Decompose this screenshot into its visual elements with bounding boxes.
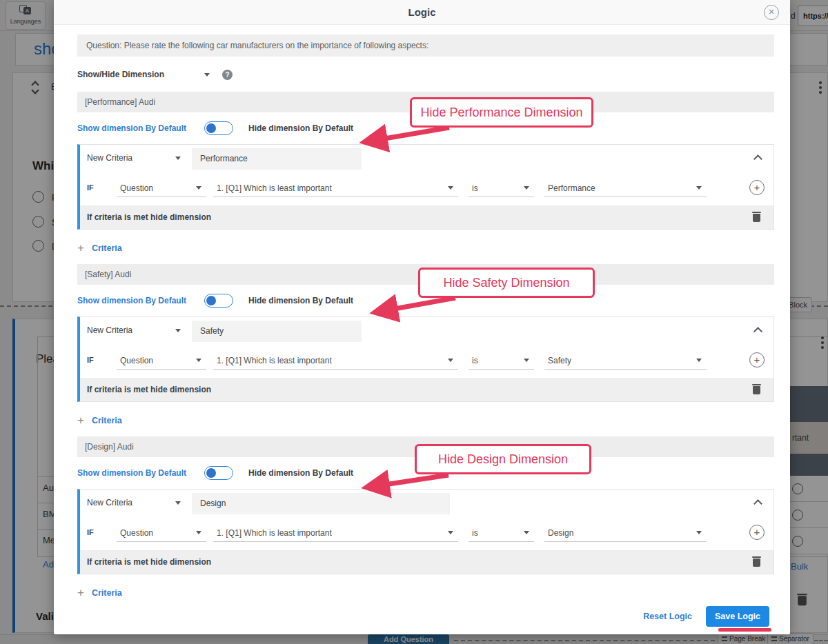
dimension-header-performance: [Performance] Audi xyxy=(77,92,774,112)
close-icon[interactable]: ✕ xyxy=(764,5,779,20)
modal-header: Logic ✕ xyxy=(54,0,790,25)
question-context-bar: Question: Please rate the following car … xyxy=(77,34,774,57)
criteria-card-performance: New Criteria Performance IF Question 1. … xyxy=(77,144,774,230)
show-default-label: Show dimension By Default xyxy=(77,123,186,133)
add-condition-icon[interactable]: + xyxy=(749,525,765,540)
help-icon[interactable]: ? xyxy=(222,70,233,80)
criteria-type-dropdown[interactable]: New Criteria xyxy=(87,325,181,335)
modal-title: Logic xyxy=(54,0,790,25)
chevron-down-icon xyxy=(524,359,529,362)
criteria-type-dropdown[interactable]: New Criteria xyxy=(87,153,181,163)
condition-row: IF Question 1. [Q1] Which is least impor… xyxy=(80,520,773,550)
default-toggle-row: Show dimension By Default Hide dimension… xyxy=(77,464,774,482)
condition-value-dropdown[interactable]: Safety xyxy=(544,352,707,370)
chevron-down-icon xyxy=(448,186,453,190)
criteria-name-input[interactable]: Safety xyxy=(192,321,362,342)
chevron-down-icon xyxy=(196,359,201,362)
chevron-down-icon xyxy=(524,531,529,534)
toggle-knob xyxy=(206,296,216,305)
criteria-card-design: New Criteria Design IF Question 1. [Q1] … xyxy=(77,489,774,574)
hide-default-label: Hide dimension By Default xyxy=(248,123,353,133)
chevron-down-icon xyxy=(696,186,702,190)
chevron-down-icon xyxy=(204,73,210,77)
add-criteria-button[interactable]: + Criteria xyxy=(77,413,774,428)
condition-operator-dropdown[interactable]: is xyxy=(469,179,534,197)
condition-row: IF Question 1. [Q1] Which is least impor… xyxy=(80,175,773,205)
delete-criteria-icon[interactable] xyxy=(752,212,761,222)
condition-question-dropdown[interactable]: 1. [Q1] Which is least important xyxy=(213,352,458,370)
delete-criteria-icon[interactable] xyxy=(752,384,761,394)
show-default-label: Show dimension By Default xyxy=(77,468,186,478)
condition-source-dropdown[interactable]: Question xyxy=(117,524,206,542)
logic-modal: Logic ✕ Question: Please rate the follow… xyxy=(54,0,790,634)
show-default-label: Show dimension By Default xyxy=(77,296,186,305)
add-criteria-button[interactable]: + Criteria xyxy=(77,241,774,256)
if-label: IF xyxy=(87,528,94,536)
if-label: IF xyxy=(87,356,94,364)
modal-footer: Reset Logic Save Logic xyxy=(643,606,769,627)
reset-logic-button[interactable]: Reset Logic xyxy=(643,612,692,621)
criteria-result-bar: If criteria is met hide dimension xyxy=(80,205,773,229)
criteria-name-input[interactable]: Design xyxy=(192,493,450,514)
hide-default-label: Hide dimension By Default xyxy=(248,468,353,478)
criteria-name-row: New Criteria Design xyxy=(80,490,773,520)
chevron-down-icon xyxy=(448,359,453,362)
chevron-down-icon xyxy=(175,501,181,505)
collapse-criteria-icon[interactable] xyxy=(753,154,762,163)
condition-source-dropdown[interactable]: Question xyxy=(117,352,206,370)
default-toggle-row: Show dimension By Default Hide dimension… xyxy=(77,119,774,137)
criteria-card-safety: New Criteria Safety IF Question 1. [Q1] … xyxy=(77,316,774,402)
plus-icon: + xyxy=(77,586,84,600)
show-hide-toggle[interactable] xyxy=(204,294,233,308)
condition-value-dropdown[interactable]: Design xyxy=(544,524,707,542)
show-hide-toggle[interactable] xyxy=(204,121,233,135)
plus-icon: + xyxy=(77,241,84,255)
if-label: IF xyxy=(87,183,94,192)
chevron-down-icon xyxy=(696,531,702,534)
add-condition-icon[interactable]: + xyxy=(749,352,765,368)
criteria-name-input[interactable]: Performance xyxy=(192,148,362,170)
chevron-down-icon xyxy=(696,359,702,362)
add-criteria-button[interactable]: + Criteria xyxy=(77,585,774,601)
toggle-knob xyxy=(206,468,216,478)
chevron-down-icon xyxy=(196,186,201,190)
chevron-down-icon xyxy=(196,531,201,534)
chevron-down-icon xyxy=(448,531,453,534)
collapse-criteria-icon[interactable] xyxy=(753,327,762,336)
logic-type-dropdown[interactable]: Show/Hide Dimension xyxy=(77,70,210,79)
chevron-down-icon xyxy=(524,186,529,190)
condition-question-dropdown[interactable]: 1. [Q1] Which is least important xyxy=(213,524,458,542)
condition-question-dropdown[interactable]: 1. [Q1] Which is least important xyxy=(213,179,458,197)
criteria-result-bar: If criteria is met hide dimension xyxy=(80,378,773,401)
condition-value-dropdown[interactable]: Performance xyxy=(544,179,707,197)
show-hide-toggle[interactable] xyxy=(204,466,233,480)
default-toggle-row: Show dimension By Default Hide dimension… xyxy=(77,292,774,310)
condition-operator-dropdown[interactable]: is xyxy=(469,524,534,542)
condition-operator-dropdown[interactable]: is xyxy=(469,352,534,370)
criteria-name-row: New Criteria Safety xyxy=(80,317,773,348)
dimension-header-safety: [Safety] Audi xyxy=(77,264,774,285)
criteria-name-row: New Criteria Performance xyxy=(80,145,773,175)
hide-default-label: Hide dimension By Default xyxy=(248,296,353,305)
delete-criteria-icon[interactable] xyxy=(752,556,761,567)
dimension-header-design: [Design] Audi xyxy=(77,436,774,457)
screen: A Languages d https:// sho Bloc Whic P S… xyxy=(0,0,828,644)
toggle-knob xyxy=(206,123,216,133)
criteria-result-bar: If criteria is met hide dimension xyxy=(80,550,773,574)
save-logic-button[interactable]: Save Logic xyxy=(706,606,769,627)
chevron-down-icon xyxy=(175,157,181,160)
condition-source-dropdown[interactable]: Question xyxy=(117,179,206,197)
plus-icon: + xyxy=(77,414,84,427)
add-condition-icon[interactable]: + xyxy=(749,180,765,195)
collapse-criteria-icon[interactable] xyxy=(753,499,762,508)
chevron-down-icon xyxy=(175,329,181,332)
logic-type-row: Show/Hide Dimension ? xyxy=(77,66,774,83)
condition-row: IF Question 1. [Q1] Which is least impor… xyxy=(80,348,773,378)
criteria-type-dropdown[interactable]: New Criteria xyxy=(87,498,181,507)
